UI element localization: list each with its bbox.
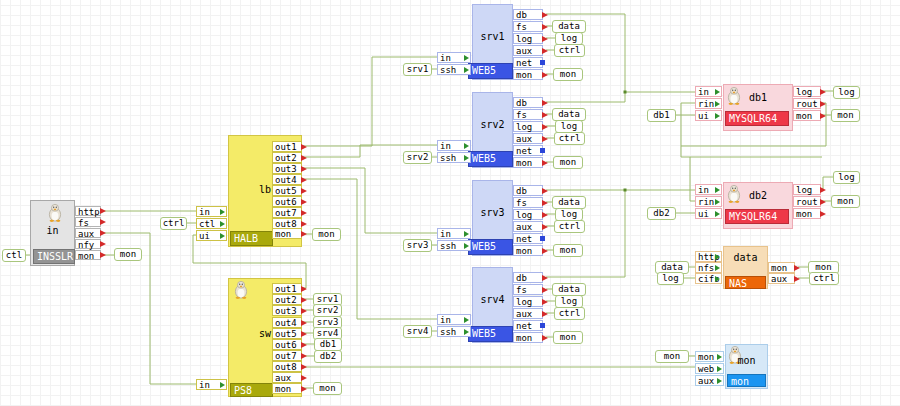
connector-db2-mon-sink[interactable]: mon <box>831 195 860 208</box>
connector-log-source[interactable]: log <box>657 272 684 285</box>
port-sw-out4[interactable]: out4 <box>272 317 302 328</box>
port-db1-rout[interactable]: rout <box>793 98 821 109</box>
port-srv4-net[interactable]: net <box>513 320 543 331</box>
connector-srv2-mon-sink[interactable]: mon <box>553 156 583 169</box>
connector-in-mon-sink[interactable]: mon <box>114 248 142 261</box>
connector-sw-mon-sink[interactable]: mon <box>313 382 342 395</box>
port-lb-ui[interactable]: ui <box>196 230 227 241</box>
connector-sw-db2-sink[interactable]: db2 <box>314 350 342 363</box>
port-in-fs[interactable]: fs <box>75 217 101 227</box>
connector-ctl-source[interactable]: ctl <box>2 249 26 262</box>
port-srv3-mon[interactable]: mon <box>513 245 543 256</box>
port-data-cifs[interactable]: cifs <box>695 273 722 284</box>
connector-data-ctrl-sink[interactable]: ctrl <box>809 272 839 285</box>
connector-srv3-ctrl-sink[interactable]: ctrl <box>554 220 585 233</box>
port-srv1-db[interactable]: db <box>513 9 543 20</box>
port-sw-out5[interactable]: out5 <box>272 328 302 339</box>
port-srv3-net[interactable]: net <box>513 233 543 244</box>
port-db1-in[interactable]: in <box>695 86 722 97</box>
port-srv2-in[interactable]: in <box>437 140 471 151</box>
port-db2-in[interactable]: in <box>695 184 722 195</box>
port-db1-log[interactable]: log <box>793 86 821 97</box>
port-srv2-db[interactable]: db <box>513 97 543 108</box>
port-lb-out7[interactable]: out7 <box>272 207 302 218</box>
connector-srv2-source[interactable]: srv2 <box>403 151 432 164</box>
connector-srv4-source[interactable]: srv4 <box>403 325 432 338</box>
connector-ctrl-source[interactable]: ctrl <box>160 217 187 230</box>
port-db2-mon[interactable]: mon <box>793 208 821 219</box>
port-srv2-ssh[interactable]: ssh <box>437 152 471 163</box>
port-lb-out3[interactable]: out3 <box>272 163 302 174</box>
connector-db2-source[interactable]: db2 <box>647 207 676 220</box>
port-sw-out1[interactable]: out1 <box>272 283 302 294</box>
port-sw-out8[interactable]: out8 <box>272 361 302 372</box>
port-mon-web[interactable]: web <box>695 363 724 374</box>
port-srv3-ssh[interactable]: ssh <box>437 240 471 251</box>
port-srv2-log[interactable]: log <box>513 121 543 132</box>
connector-db1-mon-sink[interactable]: mon <box>831 109 860 122</box>
port-data-nfs[interactable]: nfs <box>695 262 722 273</box>
connector-srv3-source[interactable]: srv3 <box>403 239 432 252</box>
port-db1-rin[interactable]: rin <box>695 98 722 109</box>
port-lb-out5[interactable]: out5 <box>272 185 302 196</box>
port-srv2-net[interactable]: net <box>513 145 543 156</box>
port-in-aux[interactable]: aux <box>75 228 101 238</box>
connector-srv1-ctrl-sink[interactable]: ctrl <box>554 44 585 57</box>
port-in-http[interactable]: http <box>75 206 101 216</box>
connector-srv1-source[interactable]: srv1 <box>403 63 432 76</box>
connector-srv1-mon-sink[interactable]: mon <box>553 68 583 81</box>
port-data-aux[interactable]: aux <box>768 273 795 284</box>
port-srv2-fs[interactable]: fs <box>513 109 543 120</box>
port-srv4-mon[interactable]: mon <box>513 332 543 343</box>
port-lb-mon[interactable]: mon <box>272 228 302 239</box>
port-srv3-fs[interactable]: fs <box>513 197 543 208</box>
port-in-nfy[interactable]: nfy <box>75 239 101 249</box>
port-db1-ui[interactable]: ui <box>695 110 722 121</box>
port-db2-rin[interactable]: rin <box>695 196 722 207</box>
port-srv1-mon[interactable]: mon <box>513 69 543 80</box>
port-srv3-log[interactable]: log <box>513 209 543 220</box>
port-srv3-db[interactable]: db <box>513 185 543 196</box>
port-srv1-net[interactable]: net <box>513 57 543 68</box>
port-sw-aux[interactable]: aux <box>272 372 302 383</box>
port-sw-out7[interactable]: out7 <box>272 350 302 361</box>
port-lb-out6[interactable]: out6 <box>272 196 302 207</box>
port-in-mon[interactable]: mon <box>75 250 101 260</box>
port-lb-in[interactable]: in <box>196 206 227 217</box>
connector-db1-source[interactable]: db1 <box>647 109 676 122</box>
connector-mon-source[interactable]: mon <box>655 350 689 363</box>
port-srv4-fs[interactable]: fs <box>513 284 543 295</box>
port-srv1-ssh[interactable]: ssh <box>437 64 471 75</box>
port-sw-mon[interactable]: mon <box>272 383 302 394</box>
port-lb-out2[interactable]: out2 <box>272 152 302 163</box>
connector-srv3-mon-sink[interactable]: mon <box>553 244 583 257</box>
connector-srv2-ctrl-sink[interactable]: ctrl <box>554 132 585 145</box>
port-srv3-in[interactable]: in <box>437 228 471 239</box>
connector-db1-log-sink[interactable]: log <box>833 86 860 99</box>
connector-srv4-mon-sink[interactable]: mon <box>553 331 583 344</box>
port-srv1-aux[interactable]: aux <box>513 45 543 56</box>
connector-lb-mon-sink[interactable]: mon <box>312 228 341 241</box>
port-srv4-in[interactable]: in <box>437 314 471 325</box>
connector-db2-log-sink[interactable]: log <box>833 171 860 184</box>
port-sw-out2[interactable]: out2 <box>272 294 302 305</box>
port-srv1-fs[interactable]: fs <box>513 21 543 32</box>
port-mon-mon[interactable]: mon <box>695 351 724 362</box>
port-db1-mon[interactable]: mon <box>793 110 821 121</box>
port-lb-ctl[interactable]: ctl <box>196 218 227 229</box>
port-srv2-mon[interactable]: mon <box>513 157 543 168</box>
port-sw-in[interactable]: in <box>196 379 227 390</box>
port-data-http[interactable]: http <box>695 251 722 262</box>
port-db2-rout[interactable]: rout <box>793 196 821 207</box>
port-srv4-log[interactable]: log <box>513 296 543 307</box>
port-lb-out4[interactable]: out4 <box>272 174 302 185</box>
port-srv1-log[interactable]: log <box>513 33 543 44</box>
port-sw-out3[interactable]: out3 <box>272 305 302 316</box>
connector-srv4-ctrl-sink[interactable]: ctrl <box>554 307 585 320</box>
port-srv1-in[interactable]: in <box>437 52 471 63</box>
port-srv2-aux[interactable]: aux <box>513 133 543 144</box>
port-db2-ui[interactable]: ui <box>695 208 722 219</box>
port-srv4-ssh[interactable]: ssh <box>437 326 471 337</box>
port-srv4-db[interactable]: db <box>513 272 543 283</box>
port-sw-out6[interactable]: out6 <box>272 339 302 350</box>
